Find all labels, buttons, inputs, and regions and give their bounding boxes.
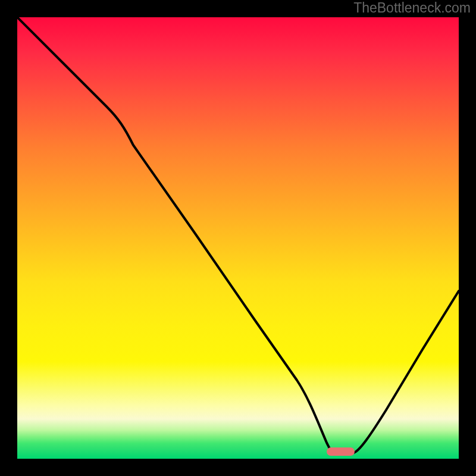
gradient-plot-area: [17, 17, 459, 459]
watermark-text: TheBottleneck.com: [353, 0, 471, 16]
optimal-marker: [327, 447, 355, 456]
